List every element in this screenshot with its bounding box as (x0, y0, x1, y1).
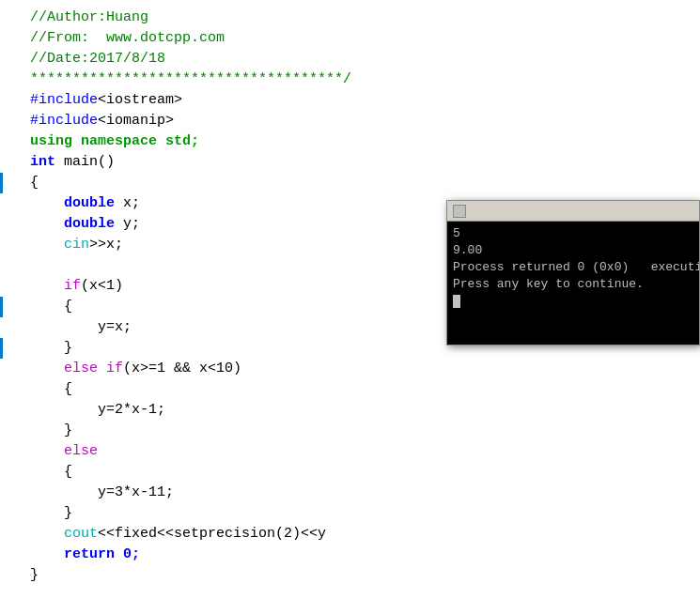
code-token: } (30, 567, 39, 583)
line-content-11: double y; (24, 214, 140, 235)
terminal-line-0: 5 (453, 225, 693, 242)
terminal-titlebar (447, 201, 699, 222)
line-content-3: //Date:2017/8/18 (24, 49, 165, 69)
code-token: using namespace std; (30, 133, 199, 149)
code-line-8: int main() (0, 152, 700, 173)
code-line-24: y=3*x-11; (0, 483, 700, 503)
code-line-4: *************************************/ (0, 69, 700, 90)
line-content-15: { (24, 297, 72, 317)
code-token: return 0; (30, 546, 140, 562)
terminal-line-1: 9.00 (453, 242, 693, 259)
code-token: if (30, 278, 81, 294)
code-token: //Author:Huang (30, 9, 148, 25)
code-token: <iomanip> (98, 113, 174, 129)
code-token: <iostream> (98, 92, 182, 108)
line-content-18: else if(x>=1 && x<10) (24, 359, 241, 379)
code-token: else (30, 443, 98, 459)
code-token: double (30, 216, 115, 232)
code-line-5: #include<iostream> (0, 90, 700, 111)
code-token: x; (115, 195, 140, 211)
code-token: { (30, 299, 72, 315)
code-token: y=x; (30, 319, 132, 335)
code-line-20: y=2*x-1; (0, 400, 700, 421)
terminal-line-3: Process returned 0 (0x0) execution ti (453, 259, 693, 276)
code-line-1: //Author:Huang (0, 8, 700, 28)
code-token: cout (30, 526, 98, 542)
code-line-19: { (0, 379, 700, 400)
code-line-25: } (0, 503, 700, 524)
line-content-26: cout<<fixed<<setprecision(2)<<y (24, 524, 326, 545)
line-content-28: } (24, 565, 39, 586)
code-token (30, 237, 64, 253)
code-line-6: #include<iomanip> (0, 111, 700, 131)
code-token: cin (64, 237, 89, 253)
terminal-body: 59.00Process returned 0 (0x0) execution … (447, 222, 699, 345)
line-content-25: } (24, 503, 72, 524)
code-token: //From: www.dotcpp.com (30, 30, 225, 46)
code-token: int (30, 154, 55, 170)
line-content-8: int main() (24, 152, 115, 173)
line-content-1: //Author:Huang (24, 8, 148, 28)
code-line-7: using namespace std; (0, 131, 700, 152)
line-content-10: double x; (24, 193, 140, 214)
terminal-line-4: Press any key to continue. (453, 276, 693, 293)
code-line-21: } (0, 421, 700, 441)
code-token: } (30, 340, 72, 356)
code-line-23: { (0, 462, 700, 483)
code-token: *************************************/ (30, 71, 351, 87)
line-content-6: #include<iomanip> (24, 111, 174, 131)
code-line-3: //Date:2017/8/18 (0, 49, 700, 69)
code-token: y; (115, 216, 140, 232)
code-token: <<fixed<<setprecision(2)<<y (98, 526, 326, 542)
code-line-2: //From: www.dotcpp.com (0, 28, 700, 49)
terminal-icon (453, 205, 466, 218)
code-line-9: { (0, 173, 700, 193)
line-content-12: cin>>x; (24, 235, 123, 255)
code-line-22: else (0, 441, 700, 462)
line-content-24: y=3*x-11; (24, 483, 174, 503)
code-token: #include (30, 113, 98, 129)
line-content-27: return 0; (24, 545, 140, 565)
line-content-14: if(x<1) (24, 276, 123, 297)
line-content-16: y=x; (24, 317, 132, 338)
terminal-window[interactable]: 59.00Process returned 0 (0x0) execution … (446, 200, 700, 345)
line-content-9: { (24, 173, 39, 193)
line-content-2: //From: www.dotcpp.com (24, 28, 225, 49)
line-content-4: *************************************/ (24, 69, 351, 90)
line-content-22: else (24, 441, 98, 462)
line-content-23: { (24, 462, 72, 483)
code-token: >>x; (89, 237, 123, 253)
code-line-27: return 0; (0, 545, 700, 565)
line-content-19: { (24, 379, 72, 400)
code-token: (x<1) (81, 278, 123, 294)
code-token: //Date:2017/8/18 (30, 51, 165, 67)
code-token: { (30, 381, 72, 397)
line-content-7: using namespace std; (24, 131, 199, 152)
code-token: { (30, 464, 72, 480)
line-content-21: } (24, 421, 72, 441)
code-token: else if (30, 361, 123, 376)
code-token: double (30, 195, 115, 211)
code-token: { (30, 175, 39, 191)
code-token: } (30, 505, 72, 521)
code-line-28: } (0, 565, 700, 586)
code-token: y=2*x-1; (30, 402, 165, 418)
line-content-20: y=2*x-1; (24, 400, 165, 421)
code-token: (x>=1 && x<10) (123, 361, 241, 376)
terminal-cursor (453, 295, 460, 308)
code-token: main() (55, 154, 115, 170)
code-token: y=3*x-11; (30, 484, 174, 500)
code-token: } (30, 422, 72, 438)
line-content-17: } (24, 338, 72, 359)
line-content-5: #include<iostream> (24, 90, 182, 111)
code-line-26: cout<<fixed<<setprecision(2)<<y (0, 524, 700, 545)
code-token: #include (30, 92, 98, 108)
terminal-cursor-line (453, 293, 693, 310)
code-line-18: else if(x>=1 && x<10) (0, 359, 700, 379)
